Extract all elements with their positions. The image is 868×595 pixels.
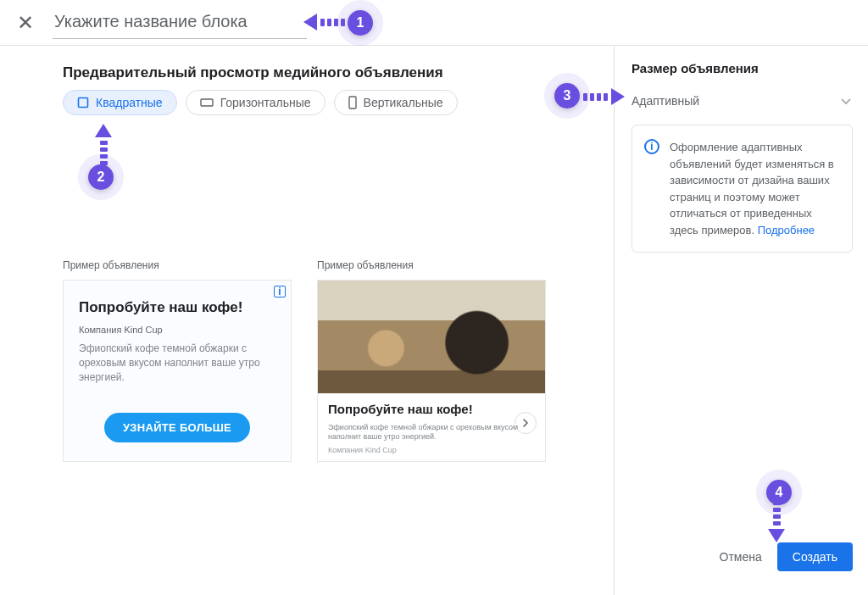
ad-headline: Попробуйте наш кофе! [328, 402, 535, 416]
sample-label: Пример объявления [63, 259, 292, 271]
tab-horizontal[interactable]: Горизонтальные [186, 90, 326, 115]
sample-label: Пример объявления [317, 259, 546, 271]
ad-next-icon[interactable] [515, 412, 537, 434]
cancel-button[interactable]: Отмена [720, 550, 762, 564]
tab-square[interactable]: Квадратные [63, 90, 177, 115]
close-icon[interactable]: ✕ [17, 11, 34, 35]
block-name-input[interactable] [53, 7, 307, 39]
ad-size-value: Адаптивный [632, 94, 699, 108]
ad-headline: Попробуйте наш кофе! [79, 299, 275, 316]
square-icon [77, 97, 89, 108]
create-button[interactable]: Создать [777, 542, 853, 571]
ad-card-text: i Попробуйте наш кофе! Компания Kind Cup… [63, 280, 292, 462]
arrow-up-icon [95, 124, 112, 165]
step-badge-2: 2 [88, 164, 114, 190]
ad-cta-button[interactable]: УЗНАЙТЕ БОЛЬШЕ [104, 413, 250, 442]
preview-pane: Предварительный просмотр медийного объяв… [0, 46, 614, 595]
settings-pane: Размер объявления Адаптивный i Оформлени… [614, 46, 868, 595]
dialog-header: ✕ [0, 0, 868, 46]
ad-description: Эфиопский кофе темной обжарки с ореховым… [328, 423, 535, 442]
info-text: Оформление адаптивных объявлений будет и… [670, 141, 834, 236]
vertical-rect-icon [348, 96, 357, 109]
ad-samples: Пример объявления i Попробуйте наш кофе!… [63, 259, 590, 462]
ad-sample-1: Пример объявления i Попробуйте наш кофе!… [63, 259, 292, 462]
arrow-left-icon [303, 14, 345, 31]
arrow-down-icon [768, 501, 785, 542]
ad-size-select[interactable]: Адаптивный [632, 94, 853, 108]
arrow-right-icon [583, 88, 625, 105]
svg-rect-0 [79, 98, 88, 108]
ad-sample-2: Пример объявления i Попробуйте наш кофе!… [317, 259, 546, 462]
svg-rect-2 [349, 97, 356, 108]
tab-label: Квадратные [96, 96, 163, 109]
ad-brand: Компания Kind Cup [328, 446, 535, 454]
info-learn-more-link[interactable]: Подробнее [758, 224, 815, 236]
preview-title: Предварительный просмотр медийного объяв… [63, 64, 590, 81]
step-badge-1: 1 [348, 10, 373, 36]
ad-description: Эфиопский кофе темной обжарки с ореховым… [79, 342, 275, 384]
ad-image [318, 281, 545, 393]
ad-content: Попробуйте наш кофе! Эфиопский кофе темн… [318, 393, 545, 461]
ad-brand: Компания Kind Cup [79, 325, 275, 335]
tab-vertical[interactable]: Вертикальные [334, 90, 458, 115]
shape-tabs: Квадратные Горизонтальные Вертикальные [63, 90, 590, 115]
tab-label: Вертикальные [364, 96, 443, 109]
tab-label: Горизонтальные [220, 96, 311, 109]
ad-choices-icon[interactable]: i [274, 286, 286, 298]
chevron-down-icon [841, 94, 851, 108]
ad-card-image: i Попробуйте наш кофе! Эфиопский кофе те… [317, 280, 546, 462]
info-icon: i [644, 139, 659, 154]
dialog-body: Предварительный просмотр медийного объяв… [0, 46, 868, 595]
step-badge-3: 3 [554, 83, 580, 108]
horizontal-rect-icon [200, 98, 214, 107]
info-callout: i Оформление адаптивных объявлений будет… [632, 125, 853, 253]
side-title: Размер объявления [632, 61, 853, 75]
svg-rect-1 [201, 99, 213, 106]
dialog-actions: Отмена Создать [632, 542, 853, 580]
